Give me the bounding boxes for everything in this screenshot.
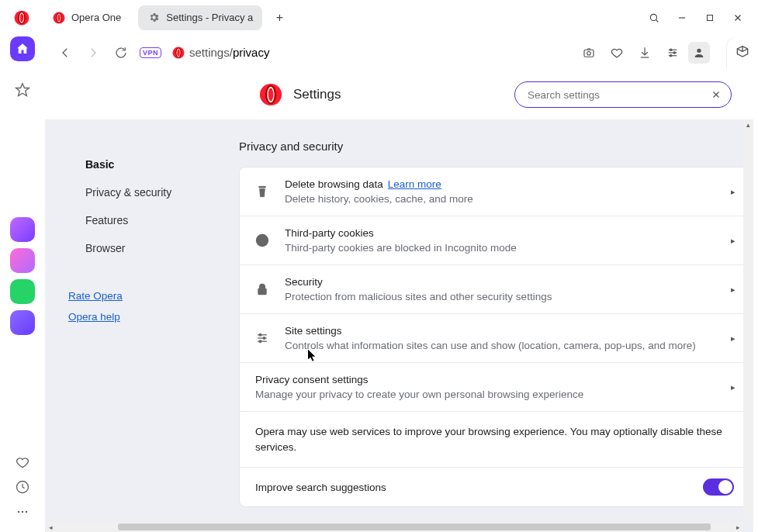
downloads-button[interactable] <box>632 40 657 65</box>
search-settings-field[interactable] <box>514 81 732 108</box>
discord-sidebar-button[interactable] <box>10 310 35 335</box>
chevron-right-icon: ▸ <box>731 382 736 392</box>
vertical-scrollbar[interactable]: ▴ <box>743 119 753 521</box>
tab-label: Opera One <box>71 12 121 23</box>
opera-menu-button[interactable] <box>14 10 29 26</box>
nav-privacy-security[interactable]: Privacy & security <box>85 178 231 206</box>
whatsapp-sidebar-button[interactable] <box>10 279 35 304</box>
settings-title: Settings <box>293 87 341 102</box>
nav-features[interactable]: Features <box>85 206 231 234</box>
opera-page-icon <box>172 47 185 59</box>
reload-button[interactable] <box>109 40 133 65</box>
svg-point-31 <box>264 241 265 243</box>
services-note: Opera may use web services to improve yo… <box>240 411 749 467</box>
window-maximize-button[interactable] <box>696 4 724 32</box>
titlebar: Opera One Settings - Privacy a + <box>0 0 758 35</box>
bookmarks-sidebar-button[interactable] <box>10 78 35 102</box>
svg-rect-8 <box>708 15 713 20</box>
forward-button[interactable] <box>81 40 106 65</box>
back-button[interactable] <box>53 40 78 65</box>
row-desc: Third-party cookies are blocked in Incog… <box>285 242 717 254</box>
svg-point-36 <box>259 334 261 337</box>
clear-search-icon[interactable] <box>709 88 723 102</box>
pinboards-sidebar-button[interactable] <box>10 450 35 475</box>
sliders-icon <box>254 330 271 347</box>
messenger-sidebar-button[interactable] <box>10 248 35 273</box>
row-desc: Manage your privacy to create your own p… <box>255 389 717 400</box>
snapshot-button[interactable] <box>576 40 601 65</box>
home-workspace-button[interactable] <box>10 36 35 61</box>
trash-icon <box>254 183 271 200</box>
svg-point-18 <box>670 54 672 56</box>
nav-rate-opera-link[interactable]: Rate Opera <box>68 285 231 306</box>
scroll-up-arrow-icon[interactable]: ▴ <box>743 119 753 130</box>
window-minimize-button[interactable] <box>668 4 696 32</box>
learn-more-link[interactable]: Learn more <box>388 178 441 190</box>
toolbar-row: VPN settings/privacy <box>0 35 758 70</box>
scroll-right-arrow-icon[interactable]: ▸ <box>732 523 743 531</box>
vpn-badge[interactable]: VPN <box>140 47 161 58</box>
gear-icon <box>147 12 160 24</box>
sidebar-extensions-button[interactable] <box>727 37 758 68</box>
settings-nav: Basic Privacy & security Features Browse… <box>45 119 231 532</box>
svg-point-19 <box>697 48 701 52</box>
address-bar[interactable]: settings/privacy <box>169 46 573 59</box>
history-sidebar-button[interactable] <box>10 475 35 499</box>
row-desc: Protection from malicious sites and othe… <box>285 291 717 302</box>
settings-body: Basic Privacy & security Features Browse… <box>45 119 753 532</box>
svg-point-38 <box>259 340 261 343</box>
easy-setup-button[interactable] <box>660 40 685 65</box>
svg-point-27 <box>257 235 268 247</box>
more-sidebar-button[interactable] <box>10 499 35 524</box>
svg-point-12 <box>587 51 591 55</box>
svg-point-5 <box>650 14 656 20</box>
profile-button[interactable] <box>688 42 710 64</box>
privacy-card: Delete browsing dataLearn more Delete hi… <box>239 167 750 507</box>
aria-sidebar-button[interactable] <box>10 217 35 242</box>
row-title: Third-party cookies <box>285 227 717 239</box>
new-tab-button[interactable]: + <box>270 9 289 27</box>
svg-point-22 <box>18 511 20 513</box>
scroll-thumb[interactable] <box>118 523 711 530</box>
nav-opera-help-link[interactable]: Opera help <box>68 306 231 327</box>
nav-basic[interactable]: Basic <box>85 150 231 178</box>
chevron-right-icon: ▸ <box>731 187 736 197</box>
nav-browser[interactable]: Browser <box>85 234 231 262</box>
row-desc: Delete history, cookies, cache, and more <box>285 193 717 205</box>
tab-settings-privacy[interactable]: Settings - Privacy a <box>138 5 262 30</box>
heart-button[interactable] <box>604 40 629 65</box>
svg-point-23 <box>22 511 24 513</box>
search-tabs-button[interactable] <box>640 4 668 32</box>
window-close-button[interactable] <box>724 4 752 32</box>
svg-rect-11 <box>584 50 594 57</box>
row-security[interactable]: Security Protection from malicious sites… <box>240 264 749 313</box>
svg-point-37 <box>263 337 265 340</box>
settings-header: Settings <box>45 70 753 119</box>
improve-suggestions-toggle[interactable] <box>703 478 734 496</box>
search-input[interactable] <box>528 89 709 101</box>
row-title: Site settings <box>285 325 717 337</box>
horizontal-scrollbar[interactable]: ◂ ▸ <box>45 522 743 532</box>
svg-point-29 <box>263 238 265 240</box>
svg-point-30 <box>261 242 262 244</box>
row-third-party-cookies[interactable]: Third-party cookies Third-party cookies … <box>240 216 749 264</box>
scroll-left-arrow-icon[interactable]: ◂ <box>45 523 56 531</box>
tab-opera-one[interactable]: Opera One <box>43 5 130 30</box>
row-title: Security <box>285 276 717 288</box>
row-desc: Controls what information sites can use … <box>285 340 717 351</box>
row-title: Delete browsing data <box>285 178 383 190</box>
left-sidebar <box>0 70 45 532</box>
svg-point-28 <box>260 239 261 240</box>
url-text: settings/privacy <box>189 46 269 59</box>
opera-favicon-icon <box>53 12 65 24</box>
row-privacy-consent[interactable]: Privacy consent settings Manage your pri… <box>240 362 749 411</box>
chevron-right-icon: ▸ <box>731 333 736 344</box>
row-delete-browsing-data[interactable]: Delete browsing dataLearn more Delete hi… <box>240 168 749 216</box>
row-site-settings[interactable]: Site settings Controls what information … <box>240 313 749 362</box>
tab-label: Settings - Privacy a <box>166 12 253 23</box>
svg-line-6 <box>656 19 658 22</box>
page-content: Settings Basic Privacy & security Featur… <box>45 70 753 532</box>
section-heading: Privacy and security <box>239 140 752 153</box>
settings-panel: Privacy and security Delete browsing dat… <box>231 119 753 532</box>
svg-point-24 <box>26 511 28 513</box>
